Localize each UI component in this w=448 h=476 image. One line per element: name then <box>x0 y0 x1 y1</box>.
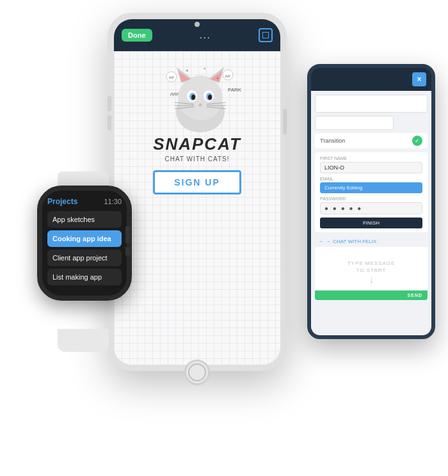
watch-list-item-1[interactable]: Cooking app idea <box>47 230 122 247</box>
email-label: EMAIL <box>320 177 422 181</box>
signup-button[interactable]: SIGN UP <box>153 170 241 194</box>
right-phone-topbar: × <box>311 68 431 91</box>
watch-screen: Projects 11:30 App sketches Cooking app … <box>42 191 127 296</box>
finish-button[interactable]: FINISH <box>320 218 422 228</box>
password-label: PASSWORD <box>320 196 422 201</box>
svg-text:+: + <box>216 76 219 81</box>
password-input[interactable]: ● ● ● ● ● <box>320 202 422 214</box>
watch-list-item-2[interactable]: Client app project <box>47 250 122 266</box>
watch-list-item-0[interactable]: App sketches <box>47 211 122 228</box>
transition-check-icon: ✓ <box>412 136 422 146</box>
form-panel: FIRST NAME LION-O EMAIL Currently Editin… <box>315 152 428 232</box>
right-phone-content: Transition ✓ FIRST NAME LION-O EMAIL Cur… <box>311 91 431 335</box>
cat-logo-image: Hi! Hi! RRRR <box>159 61 236 131</box>
send-button[interactable]: SEND <box>408 293 422 298</box>
home-button[interactable] <box>184 360 210 385</box>
power-button[interactable] <box>283 109 287 134</box>
wireframe-box <box>315 116 394 130</box>
transition-bar: Transition ✓ <box>315 133 428 148</box>
svg-text:×: × <box>204 67 206 70</box>
back-arrow-icon: ← <box>319 239 324 244</box>
more-options-button[interactable]: ... <box>200 30 211 40</box>
chat-placeholder-text: TYPE MESSAGETO START <box>320 260 422 274</box>
svg-text:+: + <box>186 68 189 74</box>
expand-button[interactable] <box>259 28 273 42</box>
app-subtitle: CHAT WITH CATS! <box>164 155 229 163</box>
volume-up-button[interactable] <box>108 96 111 111</box>
watch-header: Projects 11:30 <box>47 197 122 206</box>
watch-time: 11:30 <box>104 198 122 205</box>
done-button[interactable]: Done <box>122 29 152 42</box>
watch-side-button[interactable] <box>125 247 131 256</box>
chat-back-label[interactable]: ← CHAT WITH FELIX <box>326 239 376 244</box>
chat-panel: ← ← CHAT WITH FELIX TYPE MESSAGETO START… <box>315 236 428 300</box>
email-status-badge: Currently Editing <box>320 182 422 193</box>
chat-body: TYPE MESSAGETO START ↓ <box>315 247 428 290</box>
chat-input-bar: SEND <box>315 290 428 300</box>
watch-title: Projects <box>47 197 77 206</box>
snapcat-screen: Hi! Hi! RRRR <box>114 51 280 201</box>
watch-body: Projects 11:30 App sketches Cooking app … <box>37 186 132 301</box>
watch-band-bottom <box>58 329 109 352</box>
svg-point-6 <box>178 75 223 120</box>
volume-down-button[interactable] <box>108 115 111 131</box>
home-button-ring <box>188 363 206 381</box>
firstname-input[interactable]: LION-O <box>320 162 422 173</box>
chat-arrow-icon: ↓ <box>320 274 422 285</box>
right-phone: × Transition ✓ FIRST NAME LION-O EMAIL C… <box>307 64 435 339</box>
close-button[interactable]: × <box>412 72 426 86</box>
svg-text:PARK: PARK <box>228 87 242 93</box>
transition-label: Transition <box>320 138 345 144</box>
svg-text:Hi!: Hi! <box>169 75 174 79</box>
password-dots: ● ● ● ● ● <box>324 205 362 212</box>
firstname-label: FIRST NAME <box>320 156 422 161</box>
expand-icon <box>262 32 269 38</box>
camera-icon <box>195 22 200 27</box>
watch-list-item-3[interactable]: List making app <box>47 269 122 285</box>
svg-text:Hi!: Hi! <box>225 74 230 78</box>
apple-watch: Projects 11:30 App sketches Cooking app … <box>19 186 147 333</box>
wireframe-header-bar <box>315 95 428 113</box>
svg-point-16 <box>208 95 212 100</box>
watch-crown[interactable] <box>125 226 131 244</box>
svg-point-15 <box>191 95 195 100</box>
chat-header: ← ← CHAT WITH FELIX <box>315 236 428 247</box>
